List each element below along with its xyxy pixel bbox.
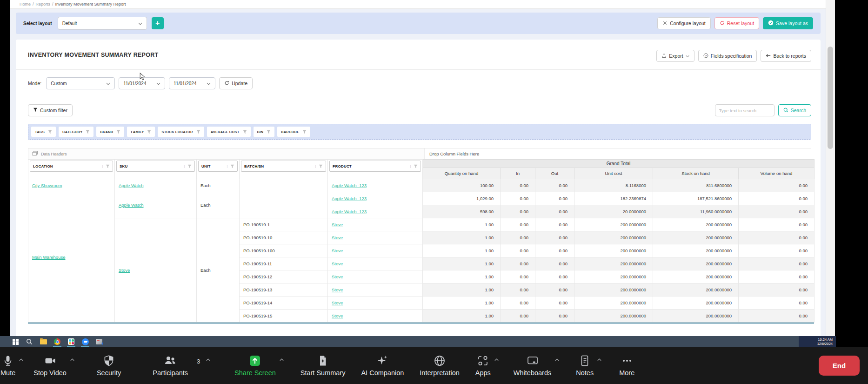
sort-icon[interactable]: ↑ [226,164,228,169]
notes-button[interactable]: Notes [568,355,601,377]
column-header-unit[interactable]: UNIT↑ [197,160,240,179]
mute-button[interactable]: Mute [0,355,23,377]
security-button[interactable]: Security [89,355,129,377]
grid-link[interactable]: Stove [332,235,343,240]
group-by-chip[interactable]: TAGS [31,127,56,137]
search-input[interactable] [715,104,775,116]
save-layout-as-button[interactable]: Save layout as [763,17,813,29]
screen-share-indicator-button[interactable] [92,336,106,347]
end-meeting-button[interactable]: End [819,356,860,376]
grid-link[interactable]: Stove [332,287,343,292]
grid-link[interactable]: Apple Watch -123 [332,209,367,214]
globe-icon [434,355,446,367]
search-icon [26,338,33,345]
value-header-in: In [501,168,535,179]
sort-icon[interactable]: ↑ [409,164,412,169]
breadcrumb-home[interactable]: Home [20,2,31,7]
taskbar-search-button[interactable] [22,336,36,347]
grid-link[interactable]: Main Warehouse [32,255,65,260]
layout-select[interactable]: Default [58,17,147,30]
grid-link[interactable]: City Showroom [32,183,62,188]
grid-link[interactable]: Stove [332,300,343,305]
grid-link[interactable]: Stove [332,248,343,253]
filter-icon[interactable] [319,164,323,168]
breadcrumb-reports[interactable]: Reports [36,2,51,7]
group-by-chip[interactable]: BARCODE [277,127,310,137]
grid-link[interactable]: Stove [332,261,343,266]
slack-button[interactable] [64,336,78,347]
search-button[interactable]: Search [778,104,811,116]
sort-icon[interactable]: ↑ [101,164,104,169]
date-to-select[interactable]: 11/01/2024 [169,77,215,89]
group-by-chip[interactable]: FAMILY [127,127,155,137]
taskbar-clock[interactable]: 10:24 AM 12/6/2024 [799,336,836,347]
group-by-chip[interactable]: STOCK LOCATOR [158,127,204,137]
grid-value-cell: 0.00 [739,218,815,231]
group-by-chip[interactable]: BRAND [96,127,124,137]
filter-icon[interactable] [414,164,418,168]
filter-icon[interactable] [187,164,192,168]
sort-icon[interactable]: ↑ [314,164,317,169]
grid-link[interactable]: Stove [332,313,343,318]
notes-label: Notes [576,369,594,377]
grid-link[interactable]: Apple Watch [119,183,144,188]
stop-video-button[interactable]: Stop Video [26,355,74,377]
sort-icon[interactable]: ↑ [183,164,186,169]
column-header-product[interactable]: PRODUCT↑ [328,160,423,179]
data-headers-zone[interactable]: Data Headers [28,148,424,159]
grid-link[interactable]: Stove [332,274,343,279]
back-to-reports-button[interactable]: Back to reports [761,50,811,62]
participants-button[interactable]: 3 Participants [145,355,202,377]
reset-layout-button[interactable]: Reset layout [714,17,759,29]
share-screen-button[interactable]: Share Screen [227,355,284,377]
file-explorer-button[interactable] [36,336,50,347]
grid-value-cell: 0.00 [535,283,574,296]
mode-select[interactable]: Custom [46,77,115,89]
filter-icon[interactable] [147,130,151,134]
more-button[interactable]: More [611,355,642,377]
group-by-chip[interactable]: CATEGORY [59,127,93,137]
column-header-batch-sn[interactable]: BATCH/SN↑ [240,160,328,179]
participants-options-chevron[interactable] [205,352,212,379]
zoom-app-button[interactable] [78,336,92,347]
filter-icon[interactable] [86,130,90,134]
column-header-sku[interactable]: SKU↑ [115,160,197,179]
grid-link[interactable]: Apple Watch [119,202,144,208]
grid-value-cell: 0.00 [501,218,535,231]
filter-icon[interactable] [106,164,110,168]
filter-icon[interactable] [116,130,120,134]
group-by-chip[interactable]: AVERAGE COST [207,127,251,137]
update-button[interactable]: Update [219,77,253,89]
add-layout-button[interactable]: + [152,17,164,29]
drop-column-fields-zone[interactable]: Drop Column Fields Here [424,148,811,159]
grid-link[interactable]: Stove [332,222,343,227]
search-icon [783,108,788,114]
chrome-button[interactable] [50,336,64,347]
filter-icon[interactable] [230,164,234,168]
grid-value-cell: 811.6800000 [653,179,739,192]
scrollbar-thumb[interactable] [828,47,833,149]
grid-link[interactable]: Apple Watch -123 [332,196,367,201]
export-button[interactable]: Export [656,50,694,62]
filter-icon[interactable] [302,130,307,134]
grid-link[interactable]: Stove [119,268,130,273]
grid-value-cell: 1.00 [423,270,501,283]
apps-button[interactable]: Apps [467,355,499,377]
custom-filter-button[interactable]: Custom filter [28,104,73,116]
filter-icon[interactable] [243,130,247,134]
ai-companion-button[interactable]: AI Companion [353,355,412,377]
group-by-chip[interactable]: BIN [254,127,275,137]
whiteboards-button[interactable]: Whiteboards [506,355,559,377]
grid-value-cell: 0.00 [501,231,535,244]
browser-scrollbar[interactable] [826,0,835,336]
column-header-location[interactable]: LOCATION↑ [28,160,115,179]
filter-icon[interactable] [48,130,52,134]
interpretation-button[interactable]: Interpretation [412,355,467,377]
filter-icon[interactable] [267,130,271,134]
fields-specification-button[interactable]: ? Fields specification [698,50,757,62]
start-button[interactable] [8,336,22,347]
start-summary-button[interactable]: Start Summary [293,355,354,377]
grid-link[interactable]: Apple Watch -123 [332,183,367,188]
configure-layout-button[interactable]: Configure layout [657,17,710,29]
filter-icon[interactable] [196,130,200,134]
